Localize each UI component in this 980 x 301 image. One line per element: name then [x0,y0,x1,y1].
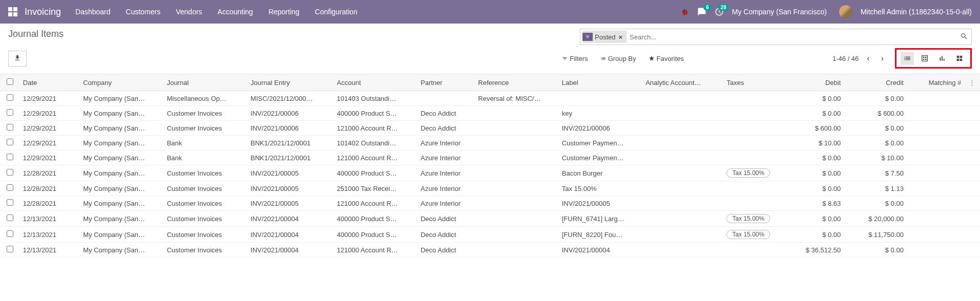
cell-credit: $ 20,000.00 [844,211,907,227]
activities-icon[interactable]: 28 [715,7,724,16]
col-account[interactable]: Account [334,74,418,91]
table-row[interactable]: 12/13/2021 My Company (San… Customer Inv… [0,211,980,227]
row-checkbox[interactable] [7,199,13,206]
view-list-button[interactable] [901,52,914,65]
cell-analytic [642,165,723,181]
search-bar[interactable]: Posted × [580,29,972,45]
table-row[interactable]: 12/28/2021 My Company (San… Customer Inv… [0,196,980,211]
avatar[interactable] [839,5,852,18]
bug-icon[interactable]: 🐞 [680,8,689,16]
menu-dashboard[interactable]: Dashboard [75,8,111,16]
cell-company: My Company (San… [80,136,163,150]
col-journal[interactable]: Journal [164,74,247,91]
filters-button[interactable]: Filters [562,55,588,62]
cell-matching [907,91,964,106]
cell-date: 12/28/2021 [20,196,80,211]
col-reference[interactable]: Reference [475,74,558,91]
table-row[interactable]: 12/29/2021 My Company (San… Customer Inv… [0,121,980,136]
cell-analytic [642,196,723,211]
row-checkbox[interactable] [7,94,13,101]
cell-analytic [642,211,723,227]
col-debit[interactable]: Debit [781,74,844,91]
row-checkbox[interactable] [7,124,13,131]
col-company[interactable]: Company [80,74,163,91]
view-pivot-button[interactable] [918,52,931,65]
cell-journal: Customer Invoices [164,211,247,227]
cell-label [559,91,642,106]
row-options [964,243,980,257]
row-checkbox[interactable] [7,169,13,176]
cell-partner: Azure Interior [418,165,475,181]
cell-reference [475,243,558,257]
cell-credit: $ 7.50 [844,165,907,181]
cell-date: 12/13/2021 [20,211,80,227]
view-graph-button[interactable] [935,52,949,65]
col-label[interactable]: Label [559,74,642,91]
close-icon[interactable]: × [615,33,625,41]
cell-debit: $ 0.00 [781,181,844,196]
pager-prev[interactable]: ‹ [864,52,872,65]
filter-chip-posted[interactable]: Posted × [582,31,627,43]
tools-row: Filters Group By Favorites 1-46 / 46 ‹ › [0,45,980,74]
table-row[interactable]: 12/28/2021 My Company (San… Customer Inv… [0,181,980,196]
col-options[interactable]: ⋮ [964,74,980,91]
user-menu[interactable]: Mitchell Admin (11862340-15-0-all) [861,8,972,16]
table-row[interactable]: 12/29/2021 My Company (San… Customer Inv… [0,106,980,121]
col-taxes[interactable]: Taxes [723,74,781,91]
pager-next[interactable]: › [878,52,887,65]
pager-range[interactable]: 1-46 / 46 [832,55,859,62]
col-matching[interactable]: Matching # [907,74,964,91]
menu-customers[interactable]: Customers [126,8,161,16]
messages-icon[interactable]: 6 [697,7,706,16]
cell-entry: MISC/2021/12/000… [247,91,334,106]
table-row[interactable]: 12/13/2021 My Company (San… Customer Inv… [0,227,980,243]
col-partner[interactable]: Partner [418,74,475,91]
app-brand[interactable]: Invoicing [25,7,61,17]
cell-matching [907,243,964,257]
cell-journal: Customer Invoices [164,196,247,211]
cell-debit: $ 0.00 [781,227,844,243]
col-date[interactable]: Date [20,74,80,91]
cell-date: 12/28/2021 [20,181,80,196]
cell-credit: $ 600.00 [844,106,907,121]
cell-entry: INV/2021/00005 [247,165,334,181]
view-kanban-button[interactable] [953,52,966,65]
messages-badge: 6 [703,4,712,11]
menu-vendors[interactable]: Vendors [176,8,202,16]
company-selector[interactable]: My Company (San Francisco) [732,8,827,16]
row-checkbox[interactable] [7,246,13,252]
pivot-icon [921,54,929,62]
cell-debit: $ 36,512.50 [781,243,844,257]
cell-reference [475,106,558,121]
row-checkbox[interactable] [7,230,13,237]
nav-right: 🐞 6 28 My Company (San Francisco) Mitche… [680,5,972,18]
col-analytic[interactable]: Analytic Account… [642,74,723,91]
cell-account: 400000 Product S… [334,227,418,243]
menu-accounting[interactable]: Accounting [218,8,253,16]
apps-icon[interactable] [8,7,17,16]
select-all-checkbox[interactable] [7,78,13,85]
export-button[interactable] [8,51,27,67]
row-checkbox[interactable] [7,139,13,145]
row-checkbox[interactable] [7,109,13,116]
table-row[interactable]: 12/29/2021 My Company (San… Miscellaneou… [0,91,980,106]
search-input[interactable] [627,33,960,41]
menu-configuration[interactable]: Configuration [315,8,358,16]
menu-reporting[interactable]: Reporting [268,8,300,16]
table-row[interactable]: 12/29/2021 My Company (San… Bank BNK1/20… [0,136,980,150]
search-icon[interactable] [960,32,968,42]
table-row[interactable]: 12/29/2021 My Company (San… Bank BNK1/20… [0,150,980,165]
cell-account: 121000 Account R… [334,150,418,165]
cell-matching [907,136,964,150]
favorites-button[interactable]: Favorites [649,55,684,62]
row-checkbox[interactable] [7,184,13,191]
cell-journal: Miscellaneous Op… [164,91,247,106]
table-row[interactable]: 12/13/2021 My Company (San… Customer Inv… [0,243,980,257]
cell-debit: $ 0.00 [781,106,844,121]
groupby-button[interactable]: Group By [600,55,636,62]
col-entry[interactable]: Journal Entry [247,74,334,91]
row-checkbox[interactable] [7,214,13,221]
col-credit[interactable]: Credit [844,74,907,91]
row-checkbox[interactable] [7,154,13,160]
table-row[interactable]: 12/28/2021 My Company (San… Customer Inv… [0,165,980,181]
